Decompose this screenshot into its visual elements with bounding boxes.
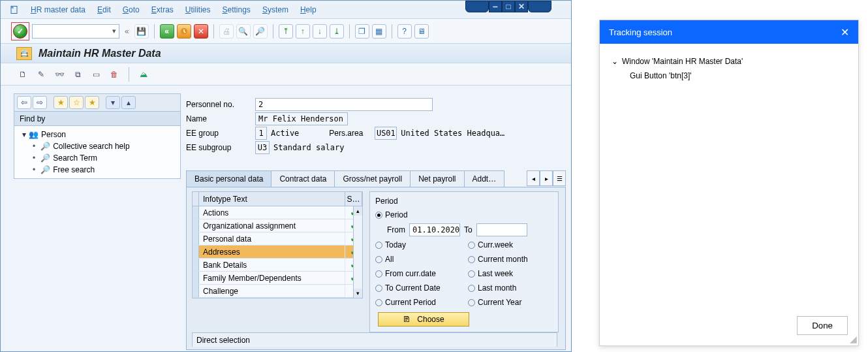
back-button[interactable]: « — [160, 24, 174, 39]
prev-page-button[interactable]: ↑ — [296, 24, 310, 39]
period-radio-fromcurr[interactable]: From curr.date — [375, 269, 436, 278]
menu-help[interactable]: Help — [300, 5, 317, 14]
menu-goto[interactable]: Goto — [123, 5, 140, 14]
infotype-row[interactable]: Personal data✔ — [193, 232, 362, 246]
menu-utilities[interactable]: Utilities — [185, 5, 211, 14]
period-radio-all[interactable]: All — [375, 255, 394, 264]
scroll-up-icon[interactable]: ▴ — [354, 206, 362, 216]
infotype-row[interactable]: Actions✔ — [193, 206, 362, 219]
menu-hr-master[interactable]: HR master data — [31, 5, 85, 14]
period-radio-currweek[interactable]: Curr.week — [468, 240, 553, 249]
copy-icon[interactable]: ⧉ — [71, 68, 84, 81]
infotype-scrollbar[interactable]: ▴ ▾ — [353, 206, 362, 298]
scroll-down-icon[interactable]: ▾ — [354, 289, 362, 298]
fav-add-icon[interactable]: ★ — [54, 96, 68, 109]
new-session-button[interactable]: ❐ — [355, 24, 369, 39]
find-next-button[interactable]: 🔎 — [253, 24, 268, 39]
tab-list-icon[interactable]: ☰ — [553, 170, 566, 186]
delete-icon[interactable]: 🗑 — [108, 68, 121, 81]
infotype-col-status[interactable]: S… — [345, 192, 362, 206]
infotype-col-text[interactable]: Infotype Text — [199, 192, 345, 206]
tree-collective[interactable]: 🔎Collective search help — [18, 140, 176, 152]
tree-searchterm[interactable]: 🔎Search Term — [18, 152, 176, 164]
fav-del-icon[interactable]: ★ — [85, 96, 99, 109]
findby-header: Find by — [14, 112, 181, 126]
ok-code-combo[interactable] — [32, 24, 119, 39]
period-radio-currmonth[interactable]: Current month — [468, 255, 553, 264]
from-input[interactable]: 01.10.2020 — [409, 223, 460, 236]
period-radio-currperiod[interactable]: Current Period — [375, 298, 436, 307]
tracking-window-row[interactable]: ⌄ Window 'Maintain HR Master Data' — [612, 54, 846, 69]
layout-button[interactable]: ▦ — [372, 24, 386, 39]
find-button[interactable]: 🔍 — [236, 24, 251, 39]
period-radio-period[interactable]: Period — [375, 210, 408, 219]
sap-window: HR master data Edit Goto Extras Utilitie… — [0, 0, 572, 352]
print-button[interactable]: 🖨 — [219, 24, 234, 39]
document-icon[interactable] — [10, 5, 19, 14]
tab-basic[interactable]: Basic personal data — [186, 170, 271, 187]
period-title: Period — [375, 195, 553, 208]
display-icon[interactable]: 👓 — [53, 68, 66, 81]
create-icon[interactable]: 🗋 — [16, 68, 29, 81]
resize-grip-icon[interactable]: ◢ — [850, 334, 857, 344]
save-button[interactable]: 💾 — [134, 24, 149, 39]
tab-addt[interactable]: Addt… — [464, 170, 505, 187]
next-page-button[interactable]: ↓ — [313, 24, 327, 39]
tree-freesearch[interactable]: 🔎Free search — [18, 164, 176, 176]
period-radio-tocurr[interactable]: To Current Date — [375, 283, 441, 293]
tracking-panel: Tracking session ✕ ⌄ Window 'Maintain HR… — [599, 20, 859, 346]
nav-fwd-icon[interactable]: ⇨ — [33, 96, 47, 109]
infotype-row-selected[interactable]: Addresses✔ — [193, 246, 362, 259]
last-page-button[interactable]: ⤓ — [330, 24, 344, 39]
tracking-title: Tracking session — [609, 27, 672, 37]
menu-extras[interactable]: Extras — [151, 5, 174, 14]
expand-icon[interactable]: ▴ — [121, 96, 136, 109]
collapse-icon[interactable]: ▾ — [106, 96, 120, 109]
tab-net[interactable]: Net payroll — [410, 170, 464, 187]
choose-button[interactable]: 🖹 Choose — [378, 312, 469, 327]
done-button[interactable]: Done — [797, 316, 848, 335]
minimize-button[interactable]: ‒ — [489, 1, 502, 12]
pernr-input[interactable]: 2 — [255, 98, 433, 111]
menu-edit[interactable]: Edit — [97, 5, 111, 14]
fav-icon[interactable]: ☆ — [69, 96, 84, 109]
to-input[interactable] — [476, 223, 527, 236]
tab-contract[interactable]: Contract data — [271, 170, 335, 187]
tree-person[interactable]: ▾👥 Person — [18, 129, 176, 140]
period-radio-lastweek[interactable]: Last week — [468, 269, 553, 278]
persarea-code: US01 — [375, 127, 397, 140]
period-radio-curryear[interactable]: Current Year — [468, 298, 553, 307]
infotype-row[interactable]: Bank Details✔ — [193, 259, 362, 272]
delimit-icon[interactable]: ▭ — [89, 68, 102, 81]
period-radio-today[interactable]: Today — [375, 240, 406, 249]
svg-rect-0 — [11, 6, 17, 13]
tab-scroll-right-icon[interactable]: ▸ — [540, 170, 553, 186]
cancel-button[interactable]: ✕ — [194, 24, 208, 39]
menu-settings[interactable]: Settings — [223, 5, 251, 14]
tab-gross[interactable]: Gross/net payroll — [334, 170, 411, 187]
enter-button[interactable]: ✓ — [13, 24, 27, 39]
period-radio-lastmonth[interactable]: Last month — [468, 283, 553, 293]
overview-icon[interactable]: ⛰ — [137, 68, 150, 81]
close-button[interactable]: ✕ — [515, 1, 528, 12]
infotype-row[interactable]: Challenge — [193, 285, 362, 298]
menu-system[interactable]: System — [262, 5, 288, 14]
tracking-button-row[interactable]: Gui Button 'btn[3]' — [612, 69, 846, 83]
tab-scroll-left-icon[interactable]: ◂ — [527, 170, 540, 186]
name-value: Mr Felix Henderson — [255, 112, 348, 125]
toolbar-expand-icon[interactable]: « — [122, 27, 132, 36]
help-button[interactable]: ? — [397, 24, 412, 39]
tree-person-label: Person — [41, 130, 66, 139]
tracking-close-icon[interactable]: ✕ — [841, 26, 849, 39]
window-controls: ‒ □ ✕ — [465, 1, 551, 12]
page-title: Maintain HR Master Data — [39, 48, 161, 59]
infotype-row[interactable]: Organizational assignment✔ — [193, 219, 362, 232]
local-layout-button[interactable]: 🖥 — [414, 24, 429, 39]
exit-button[interactable] — [177, 24, 191, 39]
maximize-button[interactable]: □ — [502, 1, 515, 12]
first-page-button[interactable]: ⤒ — [279, 24, 293, 39]
change-icon[interactable]: ✎ — [35, 68, 48, 81]
infotype-row[interactable]: Family Member/Dependents✔ — [193, 272, 362, 285]
nav-back-icon[interactable]: ⇦ — [17, 96, 31, 109]
choose-icon: 🖹 — [403, 315, 411, 324]
